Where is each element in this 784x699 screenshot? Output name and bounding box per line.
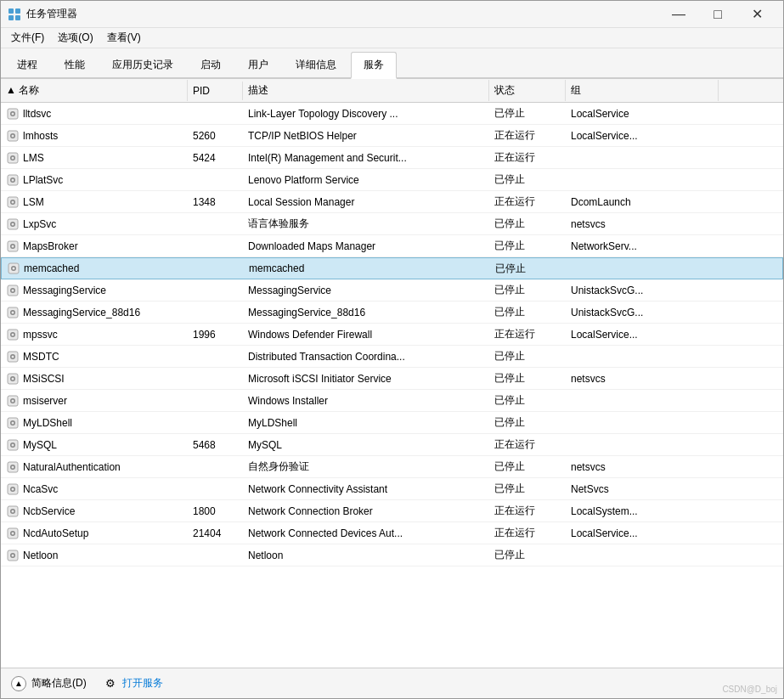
service-icon — [6, 482, 20, 496]
cell-status: 正在运行 — [489, 126, 566, 145]
table-row[interactable]: NcdAutoSetup 21404 Network Connected Dev… — [1, 522, 783, 544]
service-icon — [6, 328, 20, 341]
cell-service-name: MyLDShell — [1, 414, 188, 432]
cell-group: LocalService... — [566, 326, 719, 343]
table-row[interactable]: LxpSvc 语言体验服务 已停止 netsvcs — [1, 213, 783, 235]
svg-point-39 — [12, 355, 14, 358]
maximize-button[interactable]: □ — [698, 1, 737, 28]
svg-point-63 — [12, 532, 14, 534]
cell-pid — [188, 111, 243, 116]
cell-status: 正在运行 — [489, 324, 566, 344]
service-icon — [6, 527, 20, 540]
service-icon — [6, 549, 20, 562]
cell-desc: MySQL — [243, 437, 489, 454]
menu-view[interactable]: 查看(V) — [100, 29, 148, 47]
svg-point-24 — [12, 245, 14, 247]
table-row[interactable]: MessagingService MessagingService 已停止 Un… — [1, 279, 783, 302]
table-row[interactable]: LPlatSvc Lenovo Platform Service 已停止 — [1, 169, 783, 191]
svg-point-30 — [12, 289, 14, 291]
tab-details[interactable]: 详细信息 — [283, 52, 349, 77]
summary-info-button[interactable]: ▲ 简略信息(D) — [11, 676, 87, 691]
table-row[interactable]: Netloon Netloon 已停止 — [1, 544, 783, 567]
cell-group: DcomLaunch — [566, 194, 719, 211]
cell-desc: Local Session Manager — [243, 194, 489, 211]
svg-point-36 — [12, 333, 14, 335]
cell-group — [566, 178, 719, 183]
table-row[interactable]: lmhosts 5260 TCP/IP NetBIOS Helper 正在运行 … — [1, 125, 783, 147]
menu-file[interactable]: 文件(F) — [4, 29, 51, 47]
col-header-name[interactable]: ▲ 名称 — [1, 80, 188, 101]
minimize-button[interactable]: — — [659, 1, 698, 28]
col-header-status[interactable]: 状态 — [489, 80, 566, 101]
cell-desc: MessagingService — [243, 282, 489, 299]
cell-status: 已停止 — [489, 545, 566, 565]
table-row[interactable]: LSM 1348 Local Session Manager 正在运行 Dcom… — [1, 191, 783, 213]
cell-desc: Link-Layer Topology Discovery ... — [243, 105, 489, 122]
tab-startup[interactable]: 启动 — [188, 52, 234, 77]
cell-group: NetSvcs — [566, 481, 719, 498]
cell-pid — [188, 310, 243, 315]
close-button[interactable]: ✕ — [737, 1, 776, 28]
cell-pid: 5260 — [188, 127, 243, 144]
cell-desc: TCP/IP NetBIOS Helper — [243, 127, 489, 144]
menu-options[interactable]: 选项(O) — [51, 29, 99, 47]
svg-point-48 — [12, 421, 14, 424]
col-header-group[interactable]: 组 — [566, 80, 719, 101]
watermark: CSDN@D_boj — [722, 685, 777, 694]
cell-service-name: mpssvc — [1, 325, 188, 344]
table-row[interactable]: MySQL 5468 MySQL 正在运行 — [1, 434, 783, 456]
tab-performance[interactable]: 性能 — [52, 52, 98, 77]
tab-services[interactable]: 服务 — [351, 52, 397, 79]
service-icon — [6, 394, 20, 408]
status-bar: ▲ 简略信息(D) ⚙ 打开服务 — [1, 668, 783, 698]
svg-point-27 — [13, 268, 15, 270]
cell-group: LocalSystem... — [566, 503, 719, 520]
table-row[interactable]: lltdsvc Link-Layer Topology Discovery ..… — [1, 103, 783, 125]
service-icon — [6, 460, 20, 474]
window-controls: — □ ✕ — [659, 1, 776, 28]
cell-pid — [188, 398, 243, 403]
table-row[interactable]: msiserver Windows Installer 已停止 — [1, 390, 783, 412]
service-icon — [6, 151, 20, 165]
cell-group: LocalService... — [566, 127, 719, 144]
svg-point-54 — [12, 465, 14, 468]
cell-pid — [189, 266, 244, 271]
table-row[interactable]: memcached memcached 已停止 — [1, 257, 783, 279]
cell-pid — [188, 420, 243, 426]
tabs-bar: 进程 性能 应用历史记录 启动 用户 详细信息 服务 — [1, 48, 783, 79]
svg-point-42 — [12, 377, 14, 380]
cell-service-name: MySQL — [1, 436, 188, 454]
cell-status: 已停止 — [489, 280, 566, 300]
cell-pid — [188, 354, 243, 359]
svg-point-21 — [12, 223, 14, 225]
cell-service-name: LPlatSvc — [1, 171, 188, 189]
cell-service-name: msiserver — [1, 392, 188, 410]
cell-pid: 1996 — [188, 326, 243, 343]
window-title: 任务管理器 — [26, 7, 659, 21]
cell-service-name: memcached — [2, 259, 189, 278]
table-row[interactable]: MSDTC Distributed Transaction Coordina..… — [1, 346, 783, 368]
open-services-button[interactable]: ⚙ 打开服务 — [104, 676, 163, 691]
cell-desc: memcached — [244, 260, 490, 277]
table-row[interactable]: MapsBroker Downloaded Maps Manager 已停止 N… — [1, 235, 783, 257]
cell-status: 已停止 — [489, 170, 566, 189]
table-row[interactable]: NcbService 1800 Network Connection Broke… — [1, 500, 783, 522]
service-icon — [6, 306, 20, 319]
col-header-pid[interactable]: PID — [188, 82, 243, 100]
tab-process[interactable]: 进程 — [4, 52, 50, 77]
tab-app-history[interactable]: 应用历史记录 — [99, 52, 186, 77]
cell-status: 正在运行 — [489, 501, 566, 521]
content-area: ▲ 名称 PID 描述 状态 组 lltdsvc Link-Layer Topo… — [1, 79, 783, 668]
table-row[interactable]: MyLDShell MyLDShell 已停止 — [1, 412, 783, 434]
table-row[interactable]: mpssvc 1996 Windows Defender Firewall 正在… — [1, 324, 783, 346]
cell-group: netsvcs — [566, 459, 719, 476]
table-row[interactable]: MSiSCSI Microsoft iSCSI Initiator Servic… — [1, 368, 783, 390]
services-table-body[interactable]: lltdsvc Link-Layer Topology Discovery ..… — [1, 103, 783, 668]
table-row[interactable]: NcaSvc Network Connectivity Assistant 已停… — [1, 478, 783, 500]
table-row[interactable]: LMS 5424 Intel(R) Management and Securit… — [1, 147, 783, 169]
table-row[interactable]: NaturalAuthentication 自然身份验证 已停止 netsvcs — [1, 456, 783, 478]
tab-users[interactable]: 用户 — [235, 52, 281, 77]
cell-service-name: NaturalAuthentication — [1, 458, 188, 476]
col-header-desc[interactable]: 描述 — [243, 80, 489, 101]
table-row[interactable]: MessagingService_88d16 MessagingService_… — [1, 302, 783, 324]
